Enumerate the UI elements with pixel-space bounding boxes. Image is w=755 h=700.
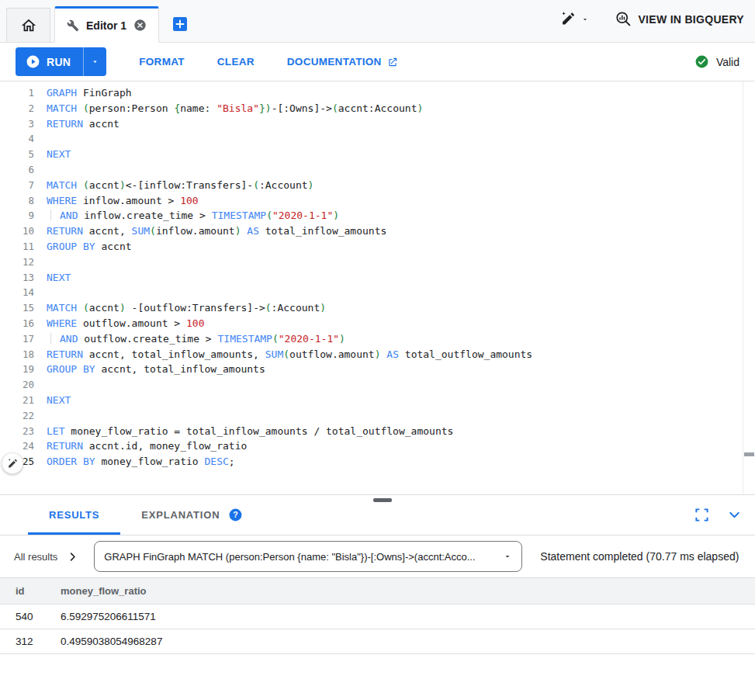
code-line[interactable]: 16WHERE outflow.amount > 100 bbox=[0, 316, 755, 331]
documentation-label: DOCUMENTATION bbox=[287, 56, 382, 68]
results-toolbar: All results GRAPH FinGraph MATCH (person… bbox=[0, 535, 755, 578]
line-number: 8 bbox=[0, 193, 34, 209]
code-line[interactable]: 3RETURN accnt bbox=[0, 116, 755, 132]
line-number: 7 bbox=[0, 178, 34, 193]
code-line[interactable]: 17AND outflow.create_time > TIMESTAMP("2… bbox=[0, 331, 755, 347]
line-number: 20 bbox=[0, 377, 34, 393]
query-search-icon bbox=[615, 11, 632, 27]
code-line[interactable]: 9AND inflow.create_time > TIMESTAMP("202… bbox=[0, 208, 755, 224]
code-line[interactable]: 11GROUP BY accnt bbox=[0, 239, 755, 255]
code-line[interactable]: 23LET money_flow_ratio = total_inflow_am… bbox=[0, 424, 755, 439]
statement-dropdown-value: GRAPH FinGraph MATCH (person:Person {nam… bbox=[104, 551, 503, 563]
home-tab-button[interactable] bbox=[6, 8, 50, 42]
valid-check-icon bbox=[694, 54, 709, 69]
tab-strip: Editor 1 VIEW IN BIGQUERY bbox=[0, 0, 755, 43]
line-content: RETURN accnt.id, money_flow_ratio bbox=[47, 438, 247, 454]
code-line[interactable]: 21NEXT bbox=[0, 393, 755, 408]
code-line[interactable]: 19GROUP BY accnt, total_inflow_amounts bbox=[0, 362, 755, 377]
run-label: RUN bbox=[47, 56, 71, 68]
code-line[interactable]: 10RETURN accnt, SUM(inflow.amount) AS to… bbox=[0, 224, 755, 239]
tab-results[interactable]: RESULTS bbox=[28, 495, 120, 535]
editor-tab-label: Editor 1 bbox=[86, 19, 126, 32]
view-in-bigquery-button[interactable]: VIEW IN BIGQUERY bbox=[615, 11, 744, 27]
magic-pen-icon bbox=[560, 11, 577, 27]
line-number: 12 bbox=[0, 255, 34, 270]
line-content: RETURN accnt bbox=[47, 116, 119, 132]
assist-menu-button[interactable] bbox=[560, 11, 589, 27]
column-header: money_flow_ratio bbox=[61, 578, 755, 604]
code-line[interactable]: 4 bbox=[0, 131, 755, 147]
run-caret-icon bbox=[91, 57, 99, 66]
panel-drag-handle[interactable] bbox=[373, 498, 392, 502]
code-line[interactable]: 14 bbox=[0, 285, 755, 300]
line-number: 24 bbox=[0, 438, 34, 454]
code-line[interactable]: 20 bbox=[0, 377, 755, 393]
explanation-tab-label: EXPLANATION bbox=[141, 509, 220, 521]
results-panel-actions bbox=[694, 507, 743, 523]
tab-strip-actions: VIEW IN BIGQUERY bbox=[560, 11, 744, 27]
table-row[interactable]: 3120.4959038054968287 bbox=[0, 629, 755, 653]
line-number: 6 bbox=[0, 162, 34, 178]
run-split-button: RUN bbox=[16, 47, 106, 76]
line-number: 9 bbox=[0, 208, 34, 224]
code-line[interactable]: 8WHERE inflow.amount > 100 bbox=[0, 193, 755, 209]
line-number: 14 bbox=[0, 285, 34, 300]
run-options-button[interactable] bbox=[83, 47, 106, 76]
line-content: GRAPH FinGraph bbox=[47, 85, 132, 101]
code-line[interactable]: 13NEXT bbox=[0, 270, 755, 286]
line-content: GROUP BY accnt bbox=[47, 239, 132, 255]
code-line[interactable]: 6 bbox=[0, 162, 755, 178]
line-number: 16 bbox=[0, 316, 34, 331]
editor-toolbar: RUN FORMAT CLEAR DOCUMENTATION Valid bbox=[0, 43, 755, 81]
code-line[interactable]: 25ORDER BY money_flow_ratio DESC; bbox=[0, 454, 755, 470]
column-header: id bbox=[0, 578, 61, 604]
line-number: 2 bbox=[0, 101, 34, 116]
home-icon bbox=[20, 17, 37, 34]
line-number: 17 bbox=[0, 331, 34, 347]
line-content: RETURN accnt, SUM(inflow.amount) AS tota… bbox=[47, 224, 386, 239]
run-button[interactable]: RUN bbox=[16, 47, 83, 76]
tab-editor-1[interactable]: Editor 1 bbox=[54, 6, 159, 43]
format-button[interactable]: FORMAT bbox=[139, 56, 185, 68]
add-tab-icon[interactable] bbox=[172, 16, 188, 32]
statement-dropdown[interactable]: GRAPH FinGraph MATCH (person:Person {nam… bbox=[94, 541, 522, 572]
code-line[interactable]: 7MATCH (accnt)<-[inflow:Transfers]-(:Acc… bbox=[0, 178, 755, 193]
fullscreen-icon[interactable] bbox=[694, 508, 709, 522]
code-editor[interactable]: 1GRAPH FinGraph2MATCH (person:Person {na… bbox=[0, 81, 755, 495]
collapse-panel-icon[interactable] bbox=[726, 507, 743, 523]
editor-scrollbar-thumb[interactable] bbox=[744, 452, 754, 456]
code-line[interactable]: 2MATCH (person:Person {name: "Bisla"})-[… bbox=[0, 101, 755, 116]
table-row[interactable]: 5406.592975206611571 bbox=[0, 604, 755, 629]
external-link-icon bbox=[387, 57, 398, 68]
code-line[interactable]: 5NEXT bbox=[0, 147, 755, 162]
line-content: AND inflow.create_time > TIMESTAMP("2020… bbox=[47, 208, 339, 224]
clear-button[interactable]: CLEAR bbox=[217, 56, 255, 68]
statement-status: Statement completed (70.77 ms elapsed) bbox=[540, 550, 739, 563]
validation-status: Valid bbox=[694, 54, 739, 69]
code-line[interactable]: 12 bbox=[0, 255, 755, 270]
all-results-label: All results bbox=[14, 551, 57, 563]
line-content: RETURN accnt, total_inflow_amounts, SUM(… bbox=[47, 347, 532, 362]
code-line[interactable]: 24RETURN accnt.id, money_flow_ratio bbox=[0, 438, 755, 454]
close-tab-icon[interactable] bbox=[133, 19, 147, 32]
line-content: NEXT bbox=[47, 393, 71, 408]
editor-scrollbar-track bbox=[743, 81, 743, 494]
results-tab-label: RESULTS bbox=[49, 509, 99, 521]
results-table-header-row: idmoney_flow_ratio bbox=[0, 578, 755, 604]
line-number: 19 bbox=[0, 362, 34, 377]
documentation-link[interactable]: DOCUMENTATION bbox=[287, 56, 398, 68]
line-number: 1 bbox=[0, 85, 34, 101]
line-content: MATCH (person:Person {name: "Bisla"})-[:… bbox=[47, 101, 423, 116]
line-number: 10 bbox=[0, 224, 34, 239]
line-number: 22 bbox=[0, 408, 34, 424]
all-results-button[interactable]: All results bbox=[14, 551, 78, 563]
play-circle-icon bbox=[26, 54, 40, 69]
line-content: NEXT bbox=[47, 270, 71, 286]
line-content: NEXT bbox=[47, 147, 71, 162]
gemini-assist-button[interactable] bbox=[2, 452, 23, 474]
code-line[interactable]: 22 bbox=[0, 408, 755, 424]
tab-explanation[interactable]: EXPLANATION bbox=[120, 495, 241, 535]
code-line[interactable]: 15MATCH (accnt) -[outflow:Transfers]->(:… bbox=[0, 300, 755, 316]
code-line[interactable]: 1GRAPH FinGraph bbox=[0, 85, 755, 101]
code-line[interactable]: 18RETURN accnt, total_inflow_amounts, SU… bbox=[0, 347, 755, 362]
